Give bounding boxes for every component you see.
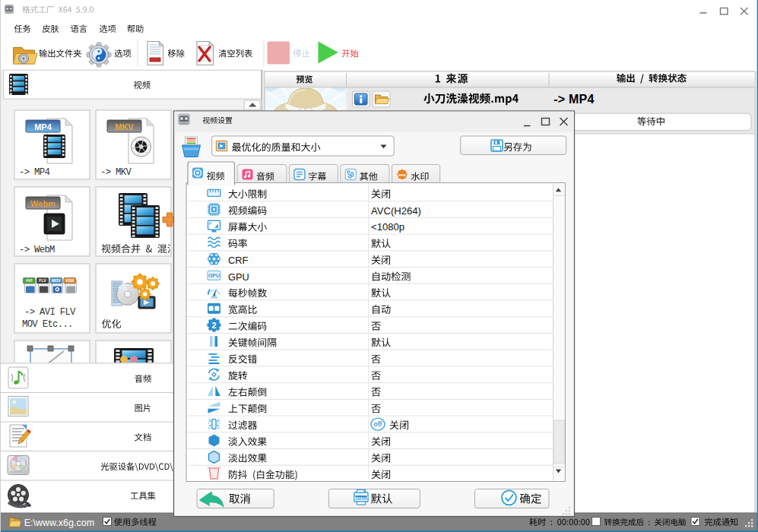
svg-text:-> MKV: -> MKV [100,167,132,178]
svg-text:MKV: MKV [115,122,134,131]
svg-text:-> WebM: -> WebM [19,245,55,255]
svg-text:-> MP4: -> MP4 [553,93,594,106]
svg-text:off: off [374,420,382,428]
svg-text:NEW: NEW [398,173,406,177]
svg-text:GPU: GPU [208,273,220,278]
svg-text:FLV: FLV [39,278,46,283]
svg-text:FPS: FPS [211,296,217,299]
svg-text:CRF: CRF [228,255,248,266]
svg-text:GPU: GPU [228,271,249,283]
svg-text:2: 2 [211,321,216,330]
svg-text:AVI: AVI [26,278,33,283]
svg-text:AVC(H264): AVC(H264) [371,205,421,217]
svg-text:DEFAULT: DEFAULT [354,496,369,500]
svg-text:-> MP4: -> MP4 [19,167,49,178]
svg-text:VOB: VOB [65,278,74,283]
svg-text:MP4: MP4 [34,122,52,131]
svg-text:-> AVI FLV: -> AVI FLV [24,307,76,318]
svg-text:Webm: Webm [30,199,56,208]
svg-text:MOV Etc...: MOV Etc... [22,319,73,330]
svg-text:MOV: MOV [52,278,61,283]
svg-text:E:\www.x6g.com: E:\www.x6g.com [24,518,94,528]
svg-text:<1080p: <1080p [371,221,404,233]
